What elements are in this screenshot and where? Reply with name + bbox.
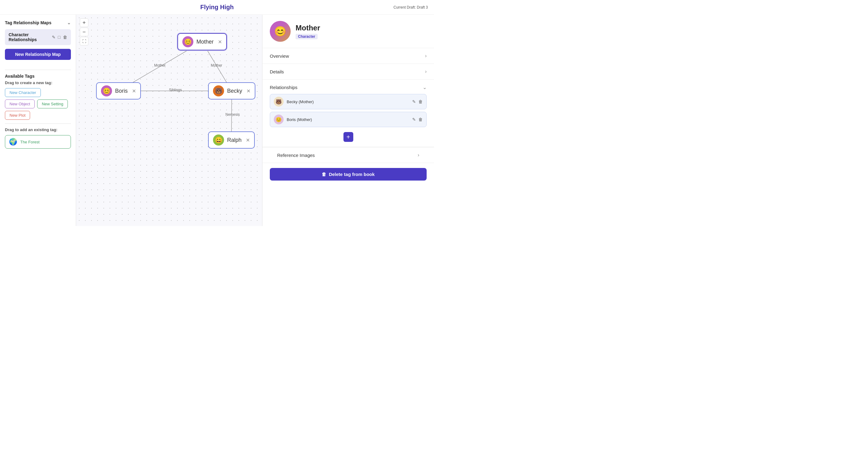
- canvas-controls: + − ⛶: [80, 19, 88, 46]
- trash-icon: 🗑: [322, 172, 326, 177]
- relationship-boris: 😊 Boris (Mother) ✎ 🗑: [270, 112, 427, 127]
- map-item-actions: ✎ □ 🗑: [52, 35, 67, 40]
- new-relationship-map-button[interactable]: New Relationship Map: [5, 49, 71, 60]
- becky-avatar: 🐻: [274, 97, 284, 107]
- divider: [5, 70, 71, 70]
- details-section: Details ›: [262, 64, 434, 80]
- relationship-canvas[interactable]: + − ⛶ 😊Mother✕😊Boris✕🐻Becky✕😄Ralph✕Mothe…: [76, 15, 262, 226]
- edge-label-becky-ralph: Nemesis: [226, 112, 240, 117]
- fullscreen-button[interactable]: ⛶: [80, 37, 88, 46]
- ref-images-row[interactable]: Reference Images ›: [270, 147, 427, 163]
- panel-header: 😊 Mother Character: [262, 15, 434, 48]
- graph-svg: [76, 15, 262, 226]
- new-plot-button[interactable]: New Plot: [5, 111, 30, 120]
- chevron-down-icon[interactable]: ⌄: [67, 20, 71, 26]
- boris-avatar: 😊: [274, 115, 284, 124]
- map-item-name: Character Relationships: [9, 32, 52, 42]
- rel-item-left2: 😊 Boris (Mother): [274, 115, 312, 124]
- delete-icon[interactable]: 🗑: [63, 35, 67, 40]
- edge-label-boris-becky: Siblings: [169, 88, 182, 92]
- boris-avatar: 😊: [101, 85, 112, 96]
- draft-label: Current Draft: Draft 3: [394, 5, 428, 9]
- drag-existing-label: Drag to add an existing tag:: [5, 127, 71, 132]
- map-item[interactable]: Character Relationships ✎ □ 🗑: [5, 29, 71, 45]
- existing-tag-name: The Forest: [20, 140, 40, 144]
- zoom-out-button[interactable]: −: [80, 28, 88, 36]
- panel-char-type: Character: [296, 34, 318, 39]
- rel-boris-actions: ✎ 🗑: [412, 117, 423, 122]
- chevron-right-icon2: ›: [425, 69, 427, 74]
- ref-images-label: Reference Images: [277, 153, 315, 158]
- new-tag-buttons: New Character New Object New Setting New…: [5, 88, 71, 120]
- delete-rel-boris-icon[interactable]: 🗑: [418, 117, 423, 122]
- overview-section: Overview ›: [262, 48, 434, 64]
- graph-node-boris[interactable]: 😊Boris✕: [96, 82, 141, 99]
- relationships-section: Relationships ⌄ 🐻 Becky (Mother) ✎ 🗑 😊 B…: [262, 80, 434, 147]
- edit-rel-boris-icon[interactable]: ✎: [412, 117, 416, 122]
- relationship-becky: 🐻 Becky (Mother) ✎ 🗑: [270, 94, 427, 109]
- relationships-content: Relationships ⌄ 🐻 Becky (Mother) ✎ 🗑 😊 B…: [262, 80, 434, 147]
- new-character-button[interactable]: New Character: [5, 88, 41, 97]
- existing-tag-forest[interactable]: 🌍 The Forest: [5, 135, 71, 149]
- chevron-down-icon2[interactable]: ⌄: [423, 85, 427, 90]
- delete-tag-button[interactable]: 🗑 Delete tag from book: [270, 168, 427, 181]
- delete-btn-wrap: 🗑 Delete tag from book: [262, 163, 434, 185]
- delete-tag-label: Delete tag from book: [329, 172, 374, 177]
- panel-char-name: Mother: [296, 24, 320, 32]
- edge-label-mother-boris: Mother: [154, 63, 165, 67]
- tag-maps-title: Tag Relationship Maps: [5, 20, 51, 25]
- edit-rel-becky-icon[interactable]: ✎: [412, 99, 416, 104]
- ralph-close-icon[interactable]: ✕: [246, 137, 250, 143]
- relationships-header: Relationships ⌄: [270, 80, 427, 94]
- rel-boris-name: Boris (Mother): [287, 117, 312, 122]
- boris-name: Boris: [115, 88, 128, 94]
- right-panel: 😊 Mother Character Overview › Details › …: [262, 15, 434, 226]
- rel-becky-name: Becky (Mother): [287, 99, 314, 104]
- tag-maps-header: Tag Relationship Maps ⌄: [5, 20, 71, 26]
- drag-new-label: Drag to create a new tag:: [5, 81, 71, 85]
- overview-row[interactable]: Overview ›: [262, 48, 434, 64]
- new-setting-button[interactable]: New Setting: [37, 99, 68, 109]
- chevron-right-icon: ›: [425, 53, 427, 59]
- details-row[interactable]: Details ›: [262, 64, 434, 79]
- left-sidebar: Tag Relationship Maps ⌄ Character Relati…: [0, 15, 76, 226]
- becky-avatar: 🐻: [213, 85, 224, 96]
- graph-node-becky[interactable]: 🐻Becky✕: [208, 82, 255, 99]
- copy-icon[interactable]: □: [58, 35, 60, 40]
- ralph-name: Ralph: [227, 137, 242, 143]
- forest-icon: 🌍: [9, 138, 17, 146]
- zoom-in-button[interactable]: +: [80, 19, 88, 27]
- add-relationship-button[interactable]: +: [343, 132, 353, 142]
- mother-name: Mother: [196, 39, 214, 45]
- available-tags-title: Available Tags: [5, 74, 71, 79]
- ref-images-section: Reference Images ›: [262, 147, 434, 163]
- relationships-title: Relationships: [270, 85, 298, 90]
- graph-node-ralph[interactable]: 😄Ralph✕: [208, 131, 255, 149]
- becky-close-icon[interactable]: ✕: [246, 88, 250, 94]
- overview-label: Overview: [270, 54, 289, 59]
- panel-title-area: Mother Character: [296, 24, 320, 39]
- mother-close-icon[interactable]: ✕: [218, 39, 222, 45]
- becky-name: Becky: [227, 88, 242, 94]
- details-label: Details: [270, 69, 284, 74]
- app-title: Flying High: [200, 4, 234, 11]
- graph-node-mother[interactable]: 😊Mother✕: [177, 33, 227, 50]
- rel-item-left: 🐻 Becky (Mother): [274, 97, 314, 107]
- delete-rel-becky-icon[interactable]: 🗑: [418, 99, 423, 104]
- edge-label-mother-becky: Mother: [211, 63, 222, 67]
- new-object-button[interactable]: New Object: [5, 99, 35, 109]
- app-header: Flying High Current Draft: Draft 3: [0, 0, 434, 15]
- boris-close-icon[interactable]: ✕: [132, 88, 136, 94]
- avatar: 😊: [270, 21, 291, 42]
- ralph-avatar: 😄: [213, 134, 224, 146]
- rel-becky-actions: ✎ 🗑: [412, 99, 423, 104]
- graph-area: 😊Mother✕😊Boris✕🐻Becky✕😄Ralph✕MotherMothe…: [76, 15, 262, 226]
- mother-avatar: 😊: [182, 36, 193, 47]
- chevron-right-icon3: ›: [418, 152, 419, 158]
- divider2: [5, 123, 71, 124]
- edit-icon[interactable]: ✎: [52, 35, 56, 40]
